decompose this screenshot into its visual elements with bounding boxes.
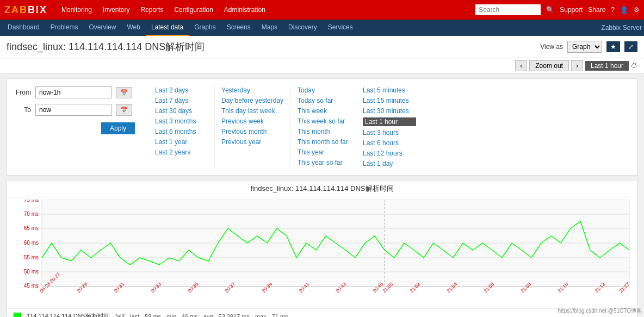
time-form: From 📅 To 📅 Apply <box>16 86 146 167</box>
watermark: https://blog.csdn.net @51CTO博客 <box>558 307 642 315</box>
svg-text:60 ms: 60 ms <box>24 240 39 246</box>
tab-dashboard[interactable]: Dashboard <box>2 20 45 36</box>
fullscreen-button[interactable]: ⤢ <box>624 41 637 52</box>
apply-button[interactable]: Apply <box>101 122 135 134</box>
from-row: From 📅 <box>16 86 135 98</box>
date-previous-year[interactable]: Previous year <box>221 138 284 146</box>
date-last-6-hours[interactable]: Last 6 hours <box>363 139 416 147</box>
date-this-week[interactable]: This week <box>298 107 349 115</box>
help-icon[interactable]: ? <box>611 6 615 14</box>
date-this-year[interactable]: This year <box>298 148 349 156</box>
time-panel: From 📅 To 📅 Apply Last 2 days Last 7 day… <box>7 78 637 176</box>
graph-svg: 75 ms 70 ms 65 ms 60 ms 55 ms 50 ms 45 m… <box>9 200 635 308</box>
zoom-out-button[interactable]: Zoom out <box>529 60 569 71</box>
date-previous-month[interactable]: Previous month <box>221 128 284 135</box>
legend: 114.114.114.114 DNS解析时间 [all] last 58 ms… <box>7 308 637 317</box>
tab-overview[interactable]: Overview <box>83 20 121 36</box>
date-last-7-days[interactable]: Last 7 days <box>155 97 208 104</box>
date-last-3-hours[interactable]: Last 3 hours <box>363 129 416 136</box>
from-label: From <box>16 89 31 96</box>
page-title: findsec_linux: 114.114.114.114 DNS解析时间 <box>7 40 540 53</box>
date-this-month[interactable]: This month <box>298 128 349 135</box>
legend-avg-label: avg <box>203 313 213 318</box>
clock-icon: ⏱ <box>631 62 637 70</box>
nav-administration[interactable]: Administration <box>219 0 271 20</box>
date-last-2-years[interactable]: Last 2 years <box>155 148 208 156</box>
svg-text:55 ms: 55 ms <box>24 254 39 260</box>
legend-min-label: min <box>166 313 176 318</box>
date-last-5-min[interactable]: Last 5 minutes <box>363 86 416 94</box>
date-previous-week[interactable]: Previous week <box>221 117 284 125</box>
to-input[interactable] <box>35 104 112 116</box>
settings-icon[interactable]: ⚙ <box>634 6 640 14</box>
graph-area: 75 ms 70 ms 65 ms 60 ms 55 ms 50 ms 45 m… <box>9 200 635 308</box>
date-col-2: Yesterday Day before yesterday This day … <box>215 86 291 167</box>
view-as-label: View as <box>540 43 563 51</box>
zoom-bar: ‹ Zoom out › Last 1 hour ⏱ <box>0 58 644 74</box>
from-input[interactable] <box>35 86 112 98</box>
date-this-week-so-far[interactable]: This week so far <box>298 117 349 125</box>
date-last-30-days[interactable]: Last 30 days <box>155 107 208 115</box>
tab-web[interactable]: Web <box>121 20 145 36</box>
tab-problems[interactable]: Problems <box>45 20 84 36</box>
date-this-year-so-far[interactable]: This year so far <box>298 159 349 166</box>
date-last-30-min[interactable]: Last 30 minutes <box>363 107 416 115</box>
date-last-1-year[interactable]: Last 1 year <box>155 138 208 146</box>
date-last-6-months[interactable]: Last 6 months <box>155 128 208 135</box>
svg-text:65 ms: 65 ms <box>24 225 39 231</box>
date-yesterday[interactable]: Yesterday <box>221 86 284 94</box>
user-icon[interactable]: 👤 <box>620 6 628 14</box>
date-last-1-hour[interactable]: Last 1 hour <box>363 117 416 126</box>
tab-maps[interactable]: Maps <box>256 20 283 36</box>
favorite-button[interactable]: ★ <box>606 41 620 52</box>
tab-latest-data[interactable]: Latest data <box>146 20 189 36</box>
tab-services[interactable]: Services <box>323 20 358 36</box>
legend-color <box>14 313 21 318</box>
graph-section: findsec_linux: 114.114.114.114 DNS解析时间 7… <box>7 180 637 317</box>
from-calendar-button[interactable]: 📅 <box>116 87 132 98</box>
tab-discovery[interactable]: Discovery <box>283 20 323 36</box>
tab-screens[interactable]: Screens <box>221 20 256 36</box>
share-link[interactable]: Share <box>588 6 605 14</box>
graph-title: findsec_linux: 114.114.114.114 DNS解析时间 <box>7 181 637 197</box>
date-day-before-yesterday[interactable]: Day before yesterday <box>221 97 284 104</box>
date-last-12-hours[interactable]: Last 12 hours <box>363 150 416 157</box>
legend-last-label: last <box>130 313 139 318</box>
date-today-so-far[interactable]: Today so far <box>298 97 349 104</box>
nav-monitoring[interactable]: Monitoring <box>56 0 97 20</box>
server-name: Zabbix Server <box>601 24 642 32</box>
legend-max-value: 71 ms <box>272 313 288 318</box>
date-last-15-min[interactable]: Last 15 minutes <box>363 97 416 104</box>
to-label: To <box>16 106 31 114</box>
tab-graphs[interactable]: Graphs <box>189 20 221 36</box>
search-icon[interactable]: 🔍 <box>546 6 554 14</box>
zoom-current: Last 1 hour <box>585 61 629 71</box>
second-nav: Dashboard Problems Overview Web Latest d… <box>0 20 644 36</box>
svg-text:50 ms: 50 ms <box>24 269 39 275</box>
date-last-2-days[interactable]: Last 2 days <box>155 86 208 94</box>
legend-last-value: 58 ms <box>145 313 161 318</box>
date-last-3-months[interactable]: Last 3 months <box>155 117 208 125</box>
date-today[interactable]: Today <box>298 86 349 94</box>
legend-min-value: 46 ms <box>182 313 198 318</box>
view-as-select[interactable]: Graph <box>567 41 602 53</box>
date-this-month-so-far[interactable]: This month so far <box>298 138 349 146</box>
date-last-1-day[interactable]: Last 1 day <box>363 160 416 167</box>
nav-configuration[interactable]: Configuration <box>169 0 218 20</box>
to-row: To 📅 <box>16 104 135 116</box>
nav-inventory[interactable]: Inventory <box>97 0 135 20</box>
legend-name: 114.114.114.114 DNS解析时间 <box>27 312 110 317</box>
date-col-4: Last 5 minutes Last 15 minutes Last 30 m… <box>356 86 416 167</box>
to-calendar-button[interactable]: 📅 <box>116 104 132 116</box>
svg-text:45 ms: 45 ms <box>24 283 39 289</box>
date-col-1: Last 2 days Last 7 days Last 30 days Las… <box>155 86 215 167</box>
date-col-3: Today Today so far This week This week s… <box>291 86 356 167</box>
zoom-prev-button[interactable]: ‹ <box>515 60 527 71</box>
date-this-day-last-week[interactable]: This day last week <box>221 107 284 115</box>
search-input[interactable] <box>475 4 541 15</box>
nav-reports[interactable]: Reports <box>135 0 169 20</box>
support-link[interactable]: Support <box>560 6 583 14</box>
svg-text:70 ms: 70 ms <box>24 211 39 217</box>
top-nav: ZABBIX Monitoring Inventory Reports Conf… <box>0 0 644 20</box>
zoom-next-button[interactable]: › <box>571 60 583 71</box>
